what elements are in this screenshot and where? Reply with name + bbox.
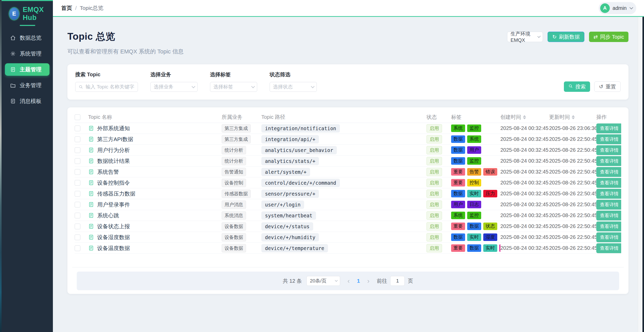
breadcrumb-separator: / [75, 5, 77, 11]
row-checkbox[interactable] [75, 224, 80, 229]
updated-time: 2025-08-26 22:50:45 [549, 136, 596, 142]
status-select[interactable]: 选择状态 [270, 82, 317, 92]
view-detail-button[interactable]: 查看详情 [596, 134, 621, 144]
topic-name-link[interactable]: 第三方API数据 [97, 136, 133, 143]
topic-doc-icon [88, 212, 94, 218]
updated-time: 2025-08-26 22:50:45 [549, 245, 596, 251]
view-detail-button[interactable]: 查看详情 [596, 123, 621, 133]
topic-name-link[interactable]: 系统告警 [97, 168, 119, 176]
user-menu[interactable]: A admin [599, 2, 636, 14]
select-all-checkbox[interactable] [75, 114, 80, 120]
chevron-down-icon [311, 85, 314, 88]
table-row: 数据统计结果统计分析analytics/stats/+启用数据监控2025-08… [75, 156, 621, 167]
status-badge: 启用 [426, 168, 442, 176]
created-time: 2025-08-24 00:32:45 [500, 147, 549, 153]
updated-time: 2025-08-26 22:50:45 [549, 223, 596, 229]
row-checkbox[interactable] [75, 234, 80, 240]
tag-select[interactable]: 选择标签 [210, 82, 257, 92]
status-badge: 启用 [426, 200, 442, 209]
topic-path: system/heartbeat [261, 211, 316, 220]
filter-tag-field: 选择标签 选择标签 [210, 71, 257, 92]
view-detail-button[interactable]: 查看详情 [596, 145, 621, 155]
row-checkbox[interactable] [75, 147, 80, 153]
topic-doc-icon [88, 147, 94, 153]
topic-name-link[interactable]: 设备状态上报 [97, 223, 130, 230]
view-detail-button[interactable]: 查看详情 [596, 167, 621, 177]
topic-tag: 湿度 [483, 233, 497, 241]
topic-tag: 数据 [467, 244, 481, 252]
table-row: 用户行为分析统计分析analytics/user_behavior启用数据用户2… [75, 145, 621, 156]
reset-button[interactable]: ↺ 重置 [594, 81, 621, 92]
view-detail-button[interactable]: 查看详情 [596, 211, 621, 220]
status-badge: 启用 [426, 157, 442, 165]
sidebar-item-message-template[interactable]: 消息模板 [5, 95, 50, 107]
table-row: 设备控制指令设备控制control/device/+/command启用重要控制… [75, 177, 621, 188]
view-detail-button[interactable]: 查看详情 [596, 156, 621, 166]
topic-doc-icon [88, 180, 94, 186]
sidebar-item-topic-management[interactable]: 主题管理 [5, 63, 50, 76]
row-checkbox[interactable] [75, 202, 80, 208]
topic-name-link[interactable]: 数据统计结果 [97, 157, 130, 165]
view-detail-button[interactable]: 查看详情 [596, 222, 621, 231]
search-button[interactable]: 搜索 [564, 81, 590, 92]
column-created: 创建时间 [500, 114, 549, 121]
page-size-select[interactable]: 20条/页 [306, 276, 340, 286]
next-page-button[interactable]: › [365, 277, 372, 285]
topic-path: device/+/temperature [261, 244, 328, 252]
topic-name-link[interactable]: 设备湿度数据 [97, 234, 130, 241]
topic-tag: 用户 [451, 201, 465, 208]
scrollbar-track[interactable] [638, 0, 642, 332]
row-checkbox[interactable] [75, 191, 80, 197]
row-checkbox[interactable] [75, 169, 80, 175]
topic-name-link[interactable]: 设备控制指令 [97, 179, 130, 186]
created-time: 2025-08-24 00:32:45 [500, 245, 549, 251]
row-checkbox[interactable] [75, 245, 80, 251]
status-badge: 启用 [426, 190, 442, 198]
view-detail-button[interactable]: 查看详情 [596, 200, 621, 210]
row-checkbox[interactable] [75, 136, 80, 142]
sync-topic-button[interactable]: ⇄ 同步 Topic [589, 32, 628, 42]
topic-name-link[interactable]: 用户登录事件 [97, 201, 130, 208]
created-time: 2025-08-24 00:32:45 [500, 212, 549, 218]
topic-name-link[interactable]: 外部系统通知 [97, 125, 130, 132]
topic-tag: 告警 [467, 168, 481, 176]
env-select[interactable]: 生产环境EMQX [507, 32, 543, 42]
row-checkbox[interactable] [75, 158, 80, 164]
sidebar-item-data-overview[interactable]: 数据总览 [5, 32, 50, 44]
breadcrumb-home[interactable]: 首页 [61, 4, 72, 12]
topic-name-link[interactable]: 系统心跳 [97, 212, 119, 219]
topic-tag: 日志 [467, 201, 481, 208]
sync-icon: ⇄ [593, 34, 598, 39]
current-page[interactable]: 1 [354, 278, 363, 284]
goto-page-input[interactable] [390, 276, 405, 286]
topic-name-link[interactable]: 设备温度数据 [97, 245, 130, 252]
sidebar-item-business-management[interactable]: 业务管理 [5, 79, 50, 92]
refresh-data-button[interactable]: ↻ 刷新数据 [548, 32, 584, 42]
row-checkbox[interactable] [75, 213, 80, 218]
row-checkbox[interactable] [75, 126, 80, 131]
topic-name-link[interactable]: 用户行为分析 [97, 147, 130, 154]
topic-tag: 系统 [451, 212, 465, 219]
row-checkbox[interactable] [75, 180, 80, 186]
topic-tag: 系统 [451, 125, 465, 132]
sidebar-item-system-management[interactable]: 系统管理 [5, 47, 50, 60]
updated-time: 2025-08-26 22:50:45 [549, 158, 596, 164]
topic-tag: 数据 [451, 233, 465, 241]
topic-search-input[interactable]: 输入 Topic 名称关键字 [75, 82, 138, 92]
view-detail-button[interactable]: 查看详情 [596, 189, 621, 199]
business-select[interactable]: 选择业务 [150, 82, 198, 92]
topic-path: analytics/stats/+ [261, 157, 319, 165]
topic-tag: 数据 [451, 190, 465, 197]
topic-path: device/+/status [261, 222, 313, 231]
template-icon [10, 98, 16, 104]
topic-tag: 监控 [467, 157, 481, 165]
view-detail-button[interactable]: 查看详情 [596, 243, 621, 253]
topic-name-link[interactable]: 传感器压力数据 [97, 190, 135, 197]
table-row: 用户登录事件用户消息user/+/login启用用户日志2025-08-24 0… [75, 199, 621, 210]
view-detail-button[interactable]: 查看详情 [596, 232, 621, 242]
prev-page-button[interactable]: ‹ [345, 277, 352, 285]
sort-created-icon[interactable] [523, 115, 526, 119]
sort-updated-icon[interactable] [572, 115, 575, 119]
view-detail-button[interactable]: 查看详情 [596, 178, 621, 188]
main-content: Topic 总览 可以查看和管理所有 EMQX 系统的 Topic 信息 生产环… [53, 18, 638, 332]
